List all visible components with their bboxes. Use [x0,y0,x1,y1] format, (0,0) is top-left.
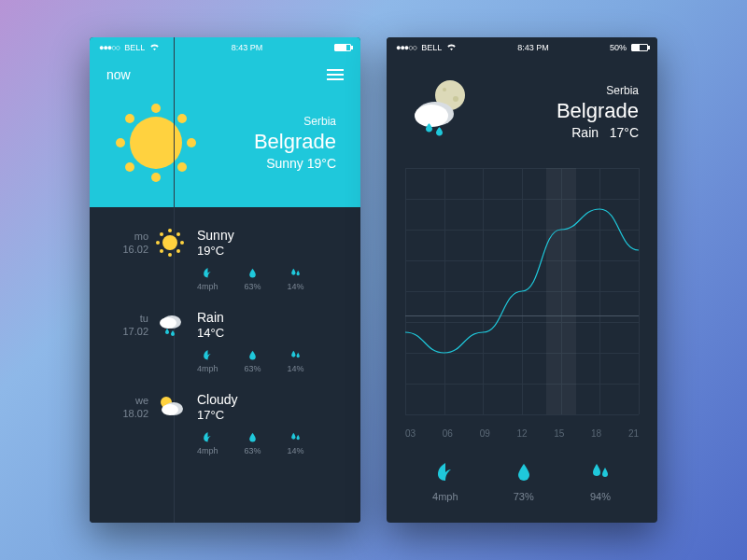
svg-point-10 [160,317,176,329]
x-tick-label: 15 [554,428,564,439]
precip-stat: 14% [288,431,304,455]
status-bar: ●●●○○ BELL 8:43 PM [90,37,360,58]
city-label: Belgrade [254,130,336,154]
phone-screen-detail: ●●●○○ BELL 8:43 PM 50% Serbia Belgrad [387,37,657,523]
x-tick-label: 12 [516,428,527,439]
humidity-stat: 73% [513,461,535,502]
humidity-stat: 63% [245,349,261,373]
svg-point-13 [162,404,178,415]
battery-icon [631,44,648,51]
status-bar: ●●●○○ BELL 8:43 PM 50% [387,37,657,58]
precip-stat: 14% [288,267,304,291]
svg-point-5 [160,232,163,236]
current-weather-header: Serbia Belgrade Rain 17°C [387,58,657,161]
humidity-value: 73% [514,491,534,502]
menu-icon[interactable] [327,69,344,80]
forecast-temp: 17°C [197,408,344,422]
svg-point-18 [415,105,448,127]
wind-stat: 4mph [197,267,218,291]
svg-point-3 [156,241,160,245]
forecast-list: mo16.02 Sunny 19°C 4mph 63% 14% tu17.02 … [90,207,360,523]
x-tick-label: 18 [591,428,601,439]
wind-value: 4mph [432,491,458,502]
condition-temp-label: Rain 17°C [557,125,639,140]
carrier-label: BELL [421,43,442,52]
x-tick-label: 03 [405,428,416,439]
carrier-label: BELL [124,43,145,52]
x-tick-label: 06 [443,428,453,439]
forecast-row[interactable]: we18.02 Cloudy 17°C 4mph 63% 14% [106,383,344,465]
clock-label: 8:43 PM [232,43,263,52]
x-tick-label: 21 [628,428,639,439]
city-label: Belgrade [557,99,639,123]
forecast-temp: 14°C [197,326,344,340]
precip-stat: 94% [589,461,612,502]
svg-point-6 [176,232,180,236]
hourly-chart[interactable]: 03060912151821 [387,161,657,446]
signal-dots-icon: ●●●○○ [396,43,416,52]
current-weather-hero: now Serbia Belgrade Sunny 19°C [90,58,360,207]
humidity-stat: 63% [245,431,261,455]
clock-label: 8:43 PM [517,43,549,52]
forecast-row[interactable]: mo16.02 Sunny 19°C 4mph 63% 14% [106,218,344,301]
weather-icon [155,310,185,340]
chart-x-axis: 03060912151821 [405,428,639,439]
wifi-icon [149,43,160,53]
wind-stat: 4mph [197,431,218,455]
svg-point-16 [453,96,458,102]
svg-point-2 [168,253,172,257]
phone-screen-forecast: ●●●○○ BELL 8:43 PM now [90,37,360,523]
country-label: Serbia [557,84,639,97]
forecast-condition: Cloudy [197,392,344,407]
forecast-date: we18.02 [106,392,148,421]
chart-line [405,168,639,414]
svg-point-7 [160,249,163,253]
svg-point-1 [168,229,172,232]
forecast-temp: 19°C [197,244,344,258]
humidity-stat: 63% [245,267,261,291]
weather-icon [155,228,185,258]
forecast-date: mo16.02 [106,228,148,257]
forecast-condition: Rain [197,310,344,325]
battery-pct-label: 50% [610,43,627,52]
wind-stat: 4mph [432,461,458,502]
signal-dots-icon: ●●●○○ [99,43,120,52]
weather-icon [155,392,185,422]
svg-point-8 [176,249,180,253]
country-label: Serbia [254,115,336,128]
now-label: now [106,67,131,82]
precip-stat: 14% [288,349,304,373]
battery-icon [334,44,351,51]
condition-label: Sunny 19°C [254,156,336,171]
rain-night-icon [405,77,476,147]
x-tick-label: 09 [480,428,490,439]
wifi-icon [446,43,457,53]
forecast-date: tu17.02 [106,310,148,339]
detail-stats: 4mph 73% 94% [387,446,657,523]
wind-stat: 4mph [197,349,218,373]
svg-point-0 [162,235,177,250]
forecast-condition: Sunny [197,228,344,243]
svg-point-4 [180,241,184,245]
chart-grid [405,168,639,414]
forecast-row[interactable]: tu17.02 Rain 14°C 4mph 63% 14% [106,301,344,383]
sun-icon [114,101,198,185]
precip-value: 94% [590,491,611,502]
svg-point-15 [443,88,446,91]
